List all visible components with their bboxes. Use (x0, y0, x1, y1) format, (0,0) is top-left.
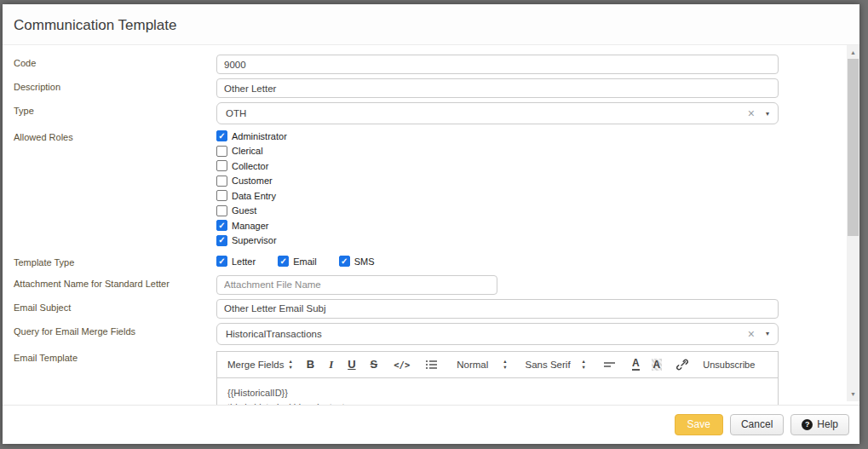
role-checkbox-guest[interactable]: ✓ Guest (216, 205, 779, 217)
cancel-button[interactable]: Cancel (730, 414, 784, 435)
checkbox[interactable]: ✓ (216, 130, 227, 141)
email-template-row: Email Template Merge Fields ▴▾ B I U S <… (14, 349, 832, 406)
check-icon: ✓ (218, 257, 225, 266)
checkbox[interactable]: ✓ (216, 146, 227, 157)
query-merge-fields-label: Query for Email Merge Fields (14, 323, 216, 345)
scroll-down-icon[interactable]: ▼ (847, 388, 859, 400)
checkbox[interactable]: ✓ (278, 256, 289, 267)
check-icon: ✓ (218, 222, 225, 230)
checkbox[interactable]: ✓ (339, 256, 350, 267)
checkbox[interactable]: ✓ (216, 160, 227, 171)
checkbox-label: Supervisor (232, 235, 277, 245)
email-template-editor: Merge Fields ▴▾ B I U S </> Normal (216, 351, 779, 406)
type-label: Type (14, 102, 216, 124)
role-checkbox-customer[interactable]: ✓ Customer (216, 176, 779, 187)
checkbox-label: Data Entry (232, 191, 276, 201)
scroll-up-icon[interactable]: ▲ (847, 46, 859, 59)
dialog-body: Code Description Type OTH × ▾ (3, 45, 859, 405)
checkbox-label: Guest (232, 205, 256, 216)
size-label: Normal (457, 360, 488, 370)
merge-fields-dropdown[interactable]: Merge Fields ▴▾ (227, 359, 292, 370)
allowed-roles-label: Allowed Roles (14, 129, 216, 250)
email-subject-row: Email Subject (14, 299, 832, 319)
type-select[interactable]: OTH × ▾ (216, 102, 779, 124)
editor-toolbar: Merge Fields ▴▾ B I U S </> Normal (217, 352, 778, 378)
updown-icon: ▴▾ (583, 359, 585, 370)
link-icon[interactable] (676, 359, 688, 371)
dialog-header: Communication Template (3, 4, 859, 45)
attachment-name-label: Attachment Name for Standard Letter (14, 275, 216, 295)
role-checkbox-administrator[interactable]: ✓ Administrator (216, 130, 779, 142)
help-icon: ? (802, 419, 813, 430)
help-label: Help (817, 418, 838, 430)
checkbox-label: Clerical (232, 146, 263, 156)
role-checkbox-data-entry[interactable]: ✓ Data Entry (216, 190, 779, 202)
query-merge-fields-select[interactable]: HistoricalTransactions × ▾ (216, 323, 779, 345)
check-icon: ✓ (218, 132, 225, 141)
checkbox-label: Customer (232, 176, 273, 186)
dialog-footer: Save Cancel ? Help (3, 405, 859, 444)
code-label: Code (14, 55, 216, 74)
checkbox-label: Email (293, 256, 317, 267)
underline-button[interactable]: U (348, 358, 355, 371)
role-checkbox-manager[interactable]: ✓ Manager (216, 220, 779, 232)
checkbox-label: SMS (354, 256, 375, 267)
role-checkbox-collector[interactable]: ✓ Collector (216, 160, 779, 172)
align-icon[interactable] (604, 360, 615, 369)
description-row: Description (14, 78, 832, 98)
description-label: Description (14, 78, 216, 98)
checkbox-label: Letter (232, 256, 256, 267)
email-subject-input[interactable] (216, 299, 779, 319)
query-select-value: HistoricalTransactions (226, 329, 322, 339)
help-button[interactable]: ? Help (790, 414, 849, 435)
italic-button[interactable]: I (329, 358, 333, 371)
merge-fields-label: Merge Fields (227, 360, 284, 370)
font-label: Sans Serif (526, 360, 571, 370)
template-type-checkbox-letter[interactable]: ✓ Letter (216, 256, 256, 268)
bold-button[interactable]: B (307, 358, 314, 371)
strikethrough-button[interactable]: S (371, 358, 378, 371)
checkbox-label: Manager (232, 221, 268, 231)
checkbox[interactable]: ✓ (216, 235, 227, 246)
type-select-value: OTH (226, 108, 246, 118)
unsubscribe-button[interactable]: Unsubscribe (703, 360, 755, 370)
checkbox-label: Administrator (232, 131, 287, 141)
code-input[interactable] (216, 55, 779, 74)
vertical-scrollbar[interactable]: ▲ ▼ (847, 45, 859, 401)
font-family-dropdown[interactable]: Sans Serif ▴▾ (526, 359, 585, 370)
clear-icon[interactable]: × (748, 107, 755, 119)
editor-content[interactable]: {{HistoricalID}} this is historical id a… (217, 378, 778, 406)
checkbox[interactable]: ✓ (216, 220, 227, 231)
code-row: Code (14, 55, 832, 74)
template-type-checkbox-email[interactable]: ✓ Email (278, 256, 317, 268)
scrollbar-thumb[interactable] (848, 59, 859, 236)
caret-down-icon[interactable]: ▾ (766, 330, 769, 337)
clear-icon[interactable]: × (748, 328, 755, 340)
description-input[interactable] (216, 78, 779, 98)
checkbox[interactable]: ✓ (216, 176, 227, 187)
check-icon: ✓ (341, 257, 348, 266)
checkbox[interactable]: ✓ (216, 190, 227, 201)
role-checkbox-supervisor[interactable]: ✓ Supervisor (216, 235, 779, 247)
email-subject-label: Email Subject (14, 299, 216, 319)
editor-line: {{HistoricalID}} (227, 386, 767, 400)
background-color-icon[interactable]: A (652, 359, 663, 371)
bullet-list-icon[interactable] (426, 360, 438, 370)
attachment-name-row: Attachment Name for Standard Letter (14, 275, 832, 295)
checkbox[interactable]: ✓ (216, 256, 227, 267)
updown-icon: ▴▾ (289, 359, 291, 370)
caret-down-icon[interactable]: ▾ (766, 110, 769, 118)
email-template-label: Email Template (14, 349, 216, 406)
editor-line: this is historical id and a test. (227, 400, 767, 405)
role-checkbox-clerical[interactable]: ✓ Clerical (216, 146, 779, 158)
attachment-name-input[interactable] (216, 275, 497, 295)
code-icon[interactable]: </> (394, 360, 410, 370)
save-button[interactable]: Save (675, 414, 723, 435)
paragraph-size-dropdown[interactable]: Normal ▴▾ (457, 359, 506, 370)
communication-template-dialog: Communication Template Code Description … (3, 4, 859, 444)
allowed-roles-row: Allowed Roles ✓ Administrator ✓ Clerical… (14, 129, 832, 250)
template-type-label: Template Type (14, 254, 216, 271)
template-type-checkbox-sms[interactable]: ✓ SMS (339, 256, 375, 268)
text-color-icon[interactable]: A (632, 358, 640, 371)
checkbox[interactable]: ✓ (216, 205, 227, 216)
